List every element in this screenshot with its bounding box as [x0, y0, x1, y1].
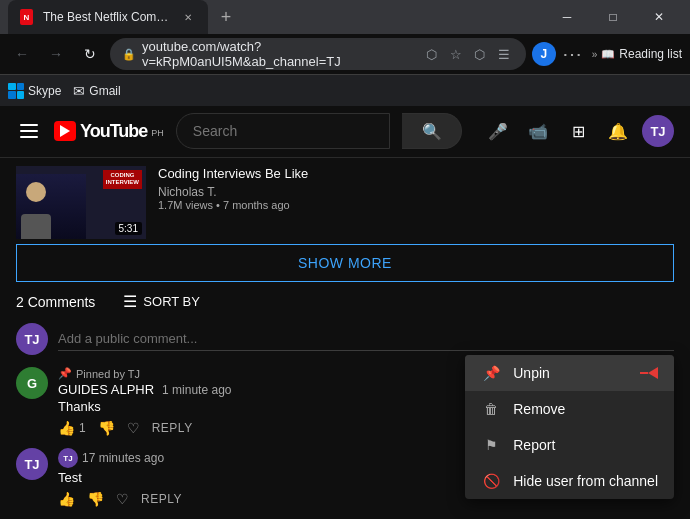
like-button-1[interactable]: 👍 1 — [58, 420, 86, 436]
unpin-arrow-icon — [638, 366, 658, 380]
hamburger-menu[interactable] — [16, 120, 42, 142]
collection-icon[interactable]: ☰ — [494, 44, 514, 64]
back-button[interactable]: ← — [8, 40, 36, 68]
active-tab[interactable]: N The Best Netflix Comedies o... ✕ — [8, 0, 208, 34]
extensions-btn[interactable]: ⋯ — [562, 42, 582, 66]
address-bar[interactable]: 🔒 youtube.com/watch?v=kRpM0anUI5M&ab_cha… — [110, 38, 526, 70]
comment-1-author: GUIDES ALPHR — [58, 382, 154, 397]
youtube-search-bar[interactable] — [176, 113, 390, 149]
skype-icon — [8, 83, 24, 99]
context-menu-report[interactable]: ⚑ Report — [465, 427, 674, 463]
youtube-logo-icon — [54, 121, 76, 141]
browser-profile-icon[interactable]: J — [532, 42, 556, 66]
maximize-button[interactable]: □ — [590, 0, 636, 34]
sort-icon: ☰ — [123, 292, 137, 311]
thumbnail-person-head — [26, 182, 46, 202]
context-menu: 📌 Unpin 🗑 Remove ⚑ Report 🚫 Hide user fr… — [465, 355, 674, 499]
reply-button-2[interactable]: REPLY — [141, 492, 182, 506]
video-duration: 5:31 — [115, 222, 142, 235]
apps-grid-icon[interactable]: ⊞ — [562, 115, 594, 147]
pin-icon: 📌 — [58, 367, 72, 380]
video-title: Coding Interviews Be Like — [158, 166, 308, 181]
browser-window: N The Best Netflix Comedies o... ✕ + ─ □… — [0, 0, 690, 106]
thumbs-up-icon: 👍 — [58, 420, 75, 436]
create-video-icon[interactable]: 📹 — [522, 115, 554, 147]
youtube-ph-label: PH — [151, 128, 164, 138]
thumbnail-person-body — [21, 214, 51, 239]
minimize-button[interactable]: ─ — [544, 0, 590, 34]
pinned-text: Pinned by TJ — [76, 368, 140, 380]
reading-list-icon: 📖 — [601, 48, 615, 61]
star-icon[interactable]: ☆ — [446, 44, 466, 64]
reading-list-label: Reading list — [619, 47, 682, 61]
video-info: Coding Interviews Be Like Nicholas T. 1.… — [158, 166, 308, 211]
comment-1-time: 1 minute ago — [162, 383, 231, 397]
dislike-button-2[interactable]: 👎 — [87, 491, 104, 507]
heart-button-1[interactable]: ♡ — [127, 420, 140, 436]
bookmarks-bar: Skype ✉ Gmail — [0, 74, 690, 106]
lock-icon: 🔒 — [122, 48, 136, 61]
window-controls: ─ □ ✕ — [544, 0, 682, 34]
microphone-icon[interactable]: 🎤 — [482, 115, 514, 147]
video-recommendation: CODINGINTERVIEW 5:31 Coding Interviews B… — [0, 158, 690, 240]
tab-title: The Best Netflix Comedies o... — [43, 10, 174, 24]
dislike-button-1[interactable]: 👎 — [98, 420, 115, 436]
video-channel: Nicholas T. — [158, 185, 308, 199]
forward-button[interactable]: → — [42, 40, 70, 68]
hide-user-icon: 🚫 — [481, 473, 501, 489]
youtube-search-button[interactable]: 🔍 — [402, 113, 462, 149]
youtube-search-input[interactable] — [193, 123, 373, 139]
hamburger-line-1 — [20, 124, 38, 126]
heart-icon: ♡ — [127, 420, 140, 436]
remove-icon: 🗑 — [481, 401, 501, 417]
bookmark-skype[interactable]: Skype — [8, 83, 61, 99]
sort-by-label: SORT BY — [143, 294, 200, 309]
hamburger-line-2 — [20, 130, 38, 132]
notifications-icon[interactable]: 🔔 — [602, 115, 634, 147]
thumbnail-coding-label: CODINGINTERVIEW — [103, 170, 142, 190]
reading-list-divider: » — [592, 49, 598, 60]
context-menu-unpin[interactable]: 📌 Unpin — [465, 355, 674, 391]
add-comment-input[interactable]: Add a public comment... — [58, 327, 674, 351]
report-icon: ⚑ — [481, 437, 501, 453]
comment-2-time: 17 minutes ago — [82, 451, 164, 465]
sort-by-button[interactable]: ☰ SORT BY — [123, 292, 200, 311]
close-button[interactable]: ✕ — [636, 0, 682, 34]
add-comment-row: TJ Add a public comment... — [16, 323, 674, 355]
thumbs-down-icon-2: 👎 — [87, 491, 104, 507]
new-tab-button[interactable]: + — [212, 3, 240, 31]
video-meta: 1.7M views • 7 months ago — [158, 199, 308, 211]
share-icon[interactable]: ⬡ — [422, 44, 442, 64]
show-more-button[interactable]: SHOW MORE — [16, 244, 674, 282]
youtube-header-icons: 🎤 📹 ⊞ 🔔 TJ — [482, 115, 674, 147]
youtube-logo[interactable]: YouTube PH — [54, 121, 164, 142]
extensions-icon[interactable]: ⬡ — [470, 44, 490, 64]
reply-button-1[interactable]: REPLY — [152, 421, 193, 435]
video-section: CODINGINTERVIEW 5:31 Coding Interviews B… — [16, 166, 308, 232]
show-more-container: SHOW MORE — [0, 240, 690, 292]
reload-button[interactable]: ↻ — [76, 40, 104, 68]
context-menu-remove[interactable]: 🗑 Remove — [465, 391, 674, 427]
like-count-1: 1 — [79, 421, 86, 435]
comment-2-avatar: TJ — [16, 448, 48, 480]
context-menu-hide-user[interactable]: 🚫 Hide user from channel — [465, 463, 674, 499]
gmail-icon: ✉ — [73, 83, 85, 99]
unpin-icon: 📌 — [481, 365, 501, 381]
gmail-label: Gmail — [89, 84, 120, 98]
user-avatar[interactable]: TJ — [642, 115, 674, 147]
youtube-app: YouTube PH 🔍 🎤 📹 ⊞ 🔔 TJ CODINGINTER — [0, 106, 690, 519]
tab-close-button[interactable]: ✕ — [180, 9, 196, 25]
unpin-label: Unpin — [513, 365, 626, 381]
tab-bar: N The Best Netflix Comedies o... ✕ + ─ □… — [0, 0, 690, 34]
tab-favicon: N — [20, 9, 33, 25]
like-button-2[interactable]: 👍 — [58, 491, 75, 507]
comment-2-badge: TJ — [58, 448, 78, 468]
youtube-logo-text: YouTube — [80, 121, 147, 142]
current-user-avatar: TJ — [16, 323, 48, 355]
heart-button-2[interactable]: ♡ — [116, 491, 129, 507]
comment-1-avatar: G — [16, 367, 48, 399]
reading-list[interactable]: » 📖 Reading list — [592, 47, 682, 61]
bookmark-gmail[interactable]: ✉ Gmail — [73, 83, 120, 99]
thumbs-down-icon: 👎 — [98, 420, 115, 436]
video-thumbnail-container[interactable]: CODINGINTERVIEW 5:31 — [16, 166, 146, 239]
